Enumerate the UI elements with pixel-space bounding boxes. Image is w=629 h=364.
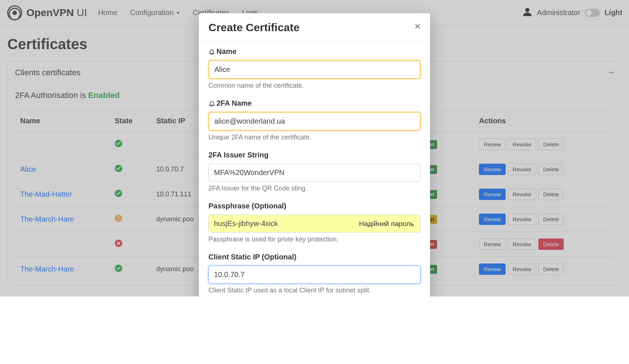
help-staticip: Client Static IP used as a local Client … xyxy=(208,287,421,294)
create-certificate-modal: Create Certificate × Name Common name of… xyxy=(199,13,430,296)
label-staticip: Client Static IP (Optional) xyxy=(208,253,297,261)
label-issuer: 2FA Issuer String xyxy=(208,151,269,159)
help-issuer: 2FA Issuer for the QR Code sting. xyxy=(208,185,421,192)
help-name: Common name of the certificate. xyxy=(208,82,421,90)
issuer-input[interactable] xyxy=(208,164,421,182)
modal-title: Create Certificate xyxy=(208,21,299,34)
static-ip-input[interactable] xyxy=(208,266,421,284)
close-icon[interactable]: × xyxy=(415,21,421,32)
label-2fa: 2FA Name xyxy=(217,99,252,108)
help-passphrase: Passphrase is used for privte key protec… xyxy=(208,236,421,243)
bell-icon xyxy=(208,100,215,107)
password-strength-label: Надійний пароль xyxy=(359,220,414,228)
name-input[interactable] xyxy=(208,60,421,79)
help-2fa: Unique 2FA name of the certificate. xyxy=(208,134,421,141)
label-name: Name xyxy=(217,47,236,56)
label-passphrase: Passphrase (Optional) xyxy=(208,202,286,210)
twofa-name-input[interactable] xyxy=(208,112,421,131)
bell-icon xyxy=(208,48,215,55)
